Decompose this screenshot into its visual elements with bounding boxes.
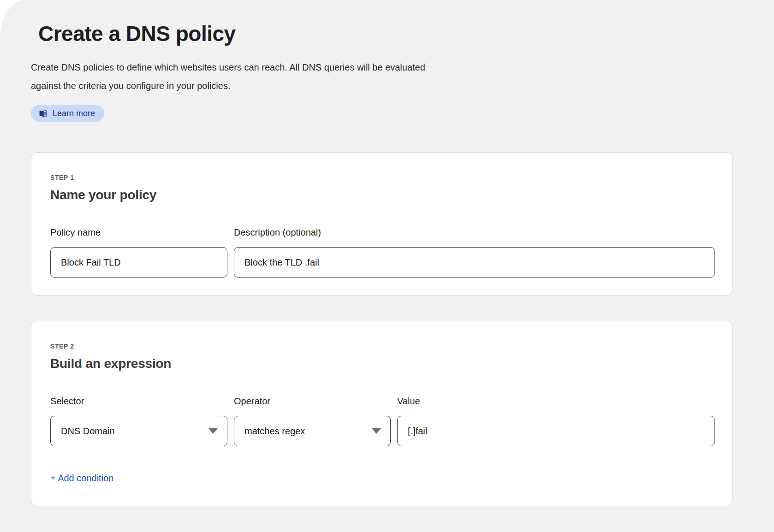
step1-heading: Name your policy — [50, 188, 715, 202]
add-condition-link[interactable]: + Add condition — [50, 473, 113, 484]
caret-down-icon — [208, 428, 218, 434]
learn-more-label: Learn more — [53, 109, 95, 118]
step2-label: STEP 2 — [50, 343, 715, 350]
selector-dropdown[interactable]: DNS Domain — [50, 416, 227, 446]
step1-card: STEP 1 Name your policy Policy name Desc… — [31, 152, 732, 296]
page-canvas: Create a DNS policy Create DNS policies … — [0, 0, 774, 532]
step2-card: STEP 2 Build an expression Selector DNS … — [31, 321, 732, 506]
operator-dropdown[interactable]: matches regex — [234, 416, 391, 446]
policy-description-label: Description (optional) — [234, 227, 715, 238]
page-description: Create DNS policies to define which webs… — [31, 58, 455, 95]
operator-field: Operator matches regex — [234, 396, 391, 446]
selector-label: Selector — [50, 396, 227, 407]
selector-value: DNS Domain — [61, 426, 115, 437]
policy-description-input[interactable] — [234, 247, 715, 278]
value-field: Value — [397, 396, 715, 446]
selector-field: Selector DNS Domain — [50, 396, 227, 446]
operator-value: matches regex — [244, 426, 305, 437]
step1-field-row: Policy name Description (optional) — [50, 227, 715, 278]
value-input[interactable] — [397, 416, 715, 446]
step1-label: STEP 1 — [50, 174, 715, 181]
page-title: Create a DNS policy — [38, 21, 732, 46]
policy-name-label: Policy name — [50, 227, 227, 238]
learn-more-button[interactable]: Learn more — [31, 105, 104, 122]
step2-heading: Build an expression — [50, 356, 715, 371]
value-label: Value — [397, 396, 715, 407]
policy-name-input[interactable] — [50, 247, 227, 278]
operator-label: Operator — [234, 396, 391, 407]
caret-down-icon — [372, 428, 381, 434]
step2-field-row: Selector DNS Domain Operator matches reg… — [50, 396, 715, 446]
policy-description-field: Description (optional) — [234, 227, 715, 278]
policy-name-field: Policy name — [50, 227, 227, 278]
book-icon — [38, 109, 48, 118]
